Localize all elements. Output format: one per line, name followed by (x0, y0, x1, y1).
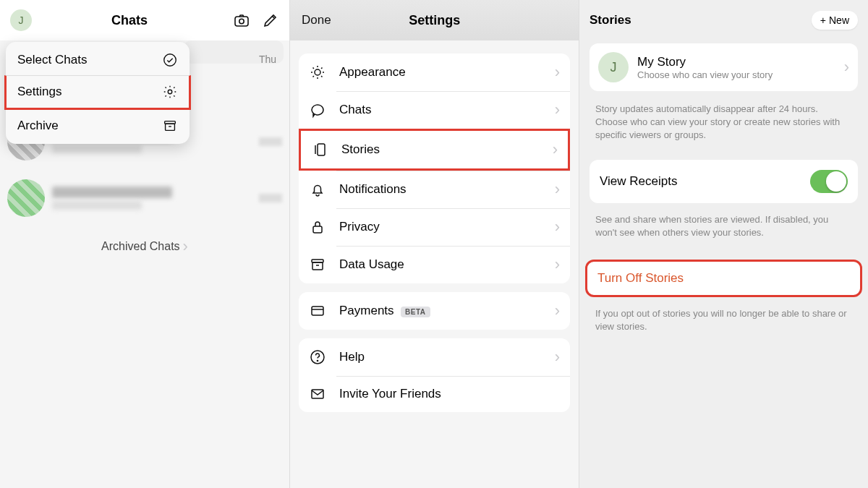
chat-avatar (7, 179, 45, 217)
card-icon (309, 302, 326, 320)
menu-label: Archive (17, 119, 59, 133)
menu-select-chats[interactable]: Select Chats (6, 43, 190, 77)
row-appearance[interactable]: Appearance › (299, 53, 570, 91)
svg-rect-5 (166, 124, 175, 130)
plus-icon: + (820, 14, 826, 26)
stories-helper-2: See and share when stories are viewed. I… (579, 209, 868, 251)
row-label: Privacy (339, 220, 542, 234)
settings-header: Done Settings (290, 0, 579, 40)
stories-title: Stories (590, 13, 631, 27)
chevron-right-icon: › (555, 218, 560, 236)
new-label: New (829, 14, 849, 26)
row-privacy[interactable]: Privacy › (299, 208, 570, 246)
settings-group-2: Payments BETA › (299, 292, 570, 330)
beta-badge: BETA (401, 307, 430, 317)
row-label: Invite Your Friends (339, 387, 560, 401)
archived-chats-link[interactable]: Archived Chats › (0, 221, 289, 272)
row-label: Data Usage (339, 257, 542, 272)
row-label: Payments BETA (339, 304, 542, 318)
stories-helper-3: If you opt out of stories you will no lo… (579, 303, 868, 345)
check-circle-icon (162, 52, 178, 68)
row-label: Notifications (339, 182, 542, 197)
stories-header: Stories + New (579, 0, 868, 40)
stories-icon (311, 141, 328, 158)
my-story-avatar: J (598, 52, 629, 82)
turn-off-label: Turn Off Stories (597, 271, 850, 286)
chat-preview-blurred (52, 145, 142, 153)
view-receipts-toggle[interactable] (810, 170, 848, 193)
row-data-usage[interactable]: Data Usage › (299, 246, 570, 283)
archive-icon (162, 118, 178, 134)
row-invite[interactable]: Invite Your Friends (299, 376, 570, 412)
row-notifications[interactable]: Notifications › (299, 171, 570, 208)
mail-icon (309, 385, 326, 403)
chats-header: J Chats (0, 0, 289, 40)
chevron-right-icon: › (183, 237, 188, 256)
svg-rect-7 (318, 144, 325, 155)
menu-label: Settings (17, 85, 61, 99)
svg-rect-10 (312, 262, 323, 270)
archived-label: Archived Chats (101, 240, 180, 253)
chevron-right-icon: › (555, 348, 560, 367)
chats-pane: J Chats Select Chats Settings Archive (0, 0, 289, 488)
svg-rect-0 (235, 17, 248, 26)
row-stories[interactable]: Stories › (299, 129, 570, 171)
chats-title: Chats (26, 13, 233, 28)
chevron-right-icon: › (844, 58, 849, 77)
menu-archive[interactable]: Archive (6, 108, 190, 142)
chevron-right-icon: › (555, 301, 560, 320)
svg-rect-14 (312, 390, 323, 398)
row-label: Help (339, 350, 542, 364)
row-help[interactable]: Help › (299, 338, 570, 376)
svg-point-1 (239, 19, 244, 23)
lock-icon (309, 218, 326, 236)
settings-pane: Done Settings Appearance › Chats › Stori… (289, 0, 579, 488)
settings-group-3: Help › Invite Your Friends (299, 338, 570, 412)
chevron-right-icon: › (555, 100, 560, 119)
row-label: Appearance (339, 65, 542, 80)
menu-settings[interactable]: Settings (4, 75, 191, 110)
view-receipts-label: View Receipts (600, 174, 677, 189)
turn-off-stories-row[interactable]: Turn Off Stories (585, 260, 862, 297)
new-story-button[interactable]: + New (812, 11, 858, 30)
row-chats[interactable]: Chats › (299, 91, 570, 129)
chat-row[interactable] (0, 175, 289, 221)
row-label: Stories (341, 142, 540, 157)
svg-rect-11 (312, 307, 323, 315)
svg-point-6 (315, 69, 320, 75)
camera-icon[interactable] (233, 12, 250, 29)
compose-icon[interactable] (262, 12, 279, 29)
sun-icon (309, 64, 326, 81)
chat-time-blurred (259, 194, 282, 202)
menu-label: Select Chats (17, 53, 87, 67)
stories-helper-1: Story updates automatically disappear af… (579, 98, 868, 154)
chat-bubble-icon (309, 101, 326, 119)
chevron-right-icon: › (555, 63, 560, 82)
chevron-right-icon: › (553, 140, 558, 159)
row-payments[interactable]: Payments BETA › (299, 292, 570, 330)
archive-icon (309, 256, 326, 273)
my-story-title: My Story (637, 55, 835, 69)
chevron-right-icon: › (555, 255, 560, 274)
gear-icon (162, 84, 178, 100)
svg-point-13 (317, 360, 318, 361)
chat-preview-blurred (52, 201, 142, 210)
overflow-menu: Select Chats Settings Archive (6, 42, 190, 144)
bell-icon (309, 181, 326, 198)
settings-title: Settings (302, 13, 567, 28)
row-label: Chats (339, 103, 542, 117)
help-icon (309, 348, 326, 366)
my-story-sub: Choose who can view your story (637, 69, 835, 80)
svg-point-3 (168, 90, 172, 94)
my-story-row[interactable]: J My Story Choose who can view your stor… (590, 43, 858, 91)
settings-group-1: Appearance › Chats › Stories › Notificat… (299, 53, 570, 283)
chat-name-blurred (52, 187, 172, 198)
svg-rect-8 (313, 226, 322, 233)
chat-time-blurred (259, 137, 282, 146)
chat-time: Thu (259, 53, 276, 65)
stories-settings-pane: Stories + New J My Story Choose who can … (579, 0, 868, 488)
svg-point-2 (164, 54, 176, 67)
chevron-right-icon: › (555, 180, 560, 199)
view-receipts-row: View Receipts (590, 160, 858, 203)
